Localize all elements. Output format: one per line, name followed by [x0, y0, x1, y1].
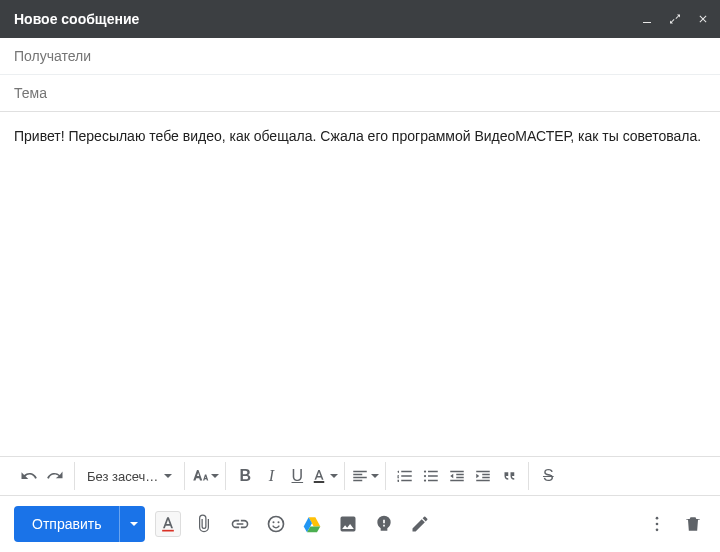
insert-link-button[interactable]	[227, 511, 253, 537]
bold-button[interactable]: B	[232, 463, 258, 489]
chevron-down-icon	[130, 522, 138, 526]
recipients-field[interactable]: Получатели	[0, 38, 720, 75]
svg-rect-1	[314, 481, 325, 483]
font-size-button[interactable]	[191, 463, 219, 489]
strikethrough-button[interactable]: S	[535, 463, 561, 489]
underline-button[interactable]: U	[284, 463, 310, 489]
svg-rect-5	[163, 530, 175, 532]
svg-rect-0	[643, 22, 651, 23]
discard-draft-button[interactable]	[680, 511, 706, 537]
font-family-select[interactable]: Без засеч…	[81, 469, 178, 484]
subject-field[interactable]: Тема	[0, 75, 720, 111]
indent-more-button[interactable]	[470, 463, 496, 489]
svg-point-8	[278, 521, 280, 523]
close-icon[interactable]	[696, 12, 710, 26]
svg-point-2	[424, 470, 426, 472]
confidential-mode-button[interactable]	[371, 511, 397, 537]
text-color-button[interactable]	[310, 463, 338, 489]
svg-point-12	[656, 517, 659, 520]
format-toolbar: Без засеч… B I U	[0, 456, 720, 496]
quote-button[interactable]	[496, 463, 522, 489]
insert-emoji-button[interactable]	[263, 511, 289, 537]
send-more-button[interactable]	[119, 506, 145, 542]
svg-point-6	[269, 517, 284, 532]
font-family-label: Без засеч…	[87, 469, 158, 484]
compose-body[interactable]: Привет! Пересылаю тебе видео, как обещал…	[0, 112, 720, 456]
svg-point-3	[424, 475, 426, 477]
send-button-group: Отправить	[14, 506, 145, 542]
align-button[interactable]	[351, 463, 379, 489]
compose-title: Новое сообщение	[14, 11, 640, 27]
attach-file-button[interactable]	[191, 511, 217, 537]
compose-fields: Получатели Тема	[0, 38, 720, 112]
bulleted-list-button[interactable]	[418, 463, 444, 489]
header-controls	[640, 12, 710, 26]
popout-icon[interactable]	[668, 12, 682, 26]
more-options-button[interactable]	[644, 511, 670, 537]
insert-drive-button[interactable]	[299, 511, 325, 537]
formatting-toggle-button[interactable]	[155, 511, 181, 537]
chevron-down-icon	[211, 474, 219, 478]
send-row: Отправить	[0, 496, 720, 552]
svg-point-14	[656, 529, 659, 532]
svg-point-13	[656, 523, 659, 526]
body-text: Привет! Пересылаю тебе видео, как обещал…	[14, 128, 701, 144]
compose-header: Новое сообщение	[0, 0, 720, 38]
chevron-down-icon	[330, 474, 338, 478]
redo-button[interactable]	[42, 463, 68, 489]
italic-button[interactable]: I	[258, 463, 284, 489]
undo-button[interactable]	[16, 463, 42, 489]
svg-point-4	[424, 479, 426, 481]
chevron-down-icon	[371, 474, 379, 478]
send-button[interactable]: Отправить	[14, 506, 119, 542]
numbered-list-button[interactable]	[392, 463, 418, 489]
indent-less-button[interactable]	[444, 463, 470, 489]
insert-photo-button[interactable]	[335, 511, 361, 537]
minimize-icon[interactable]	[640, 12, 654, 26]
chevron-down-icon	[164, 474, 172, 478]
svg-point-7	[273, 521, 275, 523]
insert-signature-button[interactable]	[407, 511, 433, 537]
attach-row	[155, 511, 433, 537]
